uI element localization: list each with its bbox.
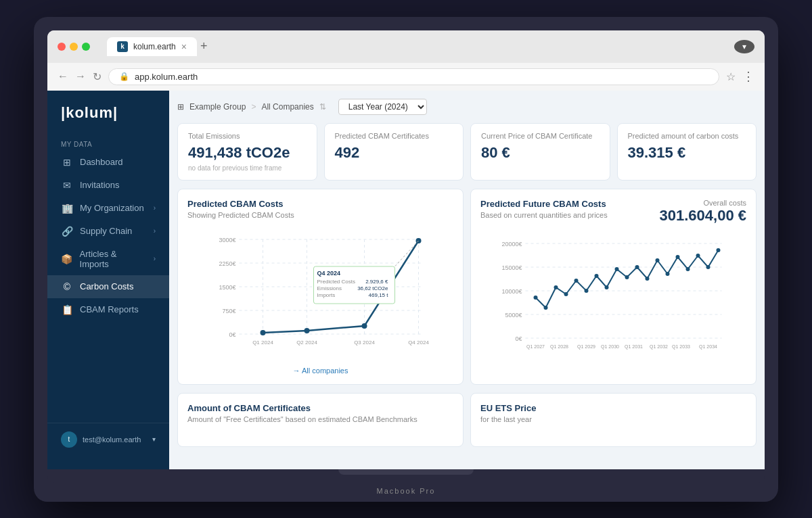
svg-text:Q3 2024: Q3 2024 xyxy=(354,339,375,346)
svg-point-45 xyxy=(574,279,579,283)
svg-text:10000€: 10000€ xyxy=(501,288,522,295)
svg-text:750€: 750€ xyxy=(222,308,235,314)
topbar-section: All Companies xyxy=(261,102,313,112)
svg-point-58 xyxy=(706,265,710,269)
sidebar-item-supply-chain[interactable]: 🔗 Supply Chain › xyxy=(47,220,169,243)
predicted-future-card: Predicted Future CBAM Costs Based on cur… xyxy=(470,189,757,385)
svg-text:Q1 2027: Q1 2027 xyxy=(526,344,545,350)
macbook-label: Macbook Pro xyxy=(47,483,765,502)
charts-row: Predicted CBAM Costs Showing Predicted C… xyxy=(177,189,757,385)
close-traffic-light[interactable] xyxy=(58,43,66,51)
sidebar-item-label: Carbon Costs xyxy=(80,281,133,291)
stat-card-price: Current Price of CBAM Certificate 80 € xyxy=(470,123,610,181)
forward-button[interactable]: → xyxy=(75,70,86,83)
sidebar: |kolum| My Data ⊞ Dashboard ✉ Invitation… xyxy=(47,91,169,469)
chart-title: Predicted CBAM Costs xyxy=(187,199,453,209)
stat-label: Current Price of CBAM Certificate xyxy=(481,132,600,140)
svg-point-47 xyxy=(595,274,599,278)
macbook-base xyxy=(47,469,765,483)
stat-card-emissions: Total Emissions 491,438 tCO2e no data fo… xyxy=(177,123,317,181)
browser-menu-button[interactable]: ⋮ xyxy=(742,69,754,84)
bottom-row: Amount of CBAM Certificates Amount of "F… xyxy=(177,393,757,447)
lock-icon: 🔒 xyxy=(119,72,129,81)
chart-subtitle: Based on current quantities and prices xyxy=(480,211,608,219)
top-bar: ⊞ Example Group > All Companies ⇅ Last Y… xyxy=(177,99,757,115)
svg-point-54 xyxy=(666,272,670,276)
user-avatar: t xyxy=(61,431,77,448)
dashboard-icon: ⊞ xyxy=(61,157,73,168)
eu-ets-price-card: EU ETS Price for the last year xyxy=(470,393,757,447)
overall-costs-label: Overall costs xyxy=(660,199,746,207)
svg-text:Q4 2024: Q4 2024 xyxy=(408,339,429,346)
stat-label: Predicted CBAM Certificates xyxy=(335,132,453,140)
stat-value: 492 xyxy=(335,144,453,162)
chart-title: Predicted Future CBAM Costs xyxy=(480,199,608,209)
svg-point-51 xyxy=(635,265,639,269)
svg-text:Q1 2030: Q1 2030 xyxy=(601,344,619,350)
svg-text:Q1 2024: Q1 2024 xyxy=(252,339,273,346)
svg-text:Q1 2032: Q1 2032 xyxy=(650,344,668,350)
all-companies-link[interactable]: → All companies xyxy=(187,367,453,375)
sidebar-item-carbon-costs[interactable]: © Carbon Costs xyxy=(47,275,169,298)
card-title: EU ETS Price xyxy=(480,403,746,413)
sidebar-item-invitations[interactable]: ✉ Invitations xyxy=(47,174,169,197)
svg-text:5000€: 5000€ xyxy=(505,312,522,319)
svg-point-48 xyxy=(605,285,609,289)
svg-text:Imports: Imports xyxy=(317,292,336,298)
svg-text:Q1 2031: Q1 2031 xyxy=(625,344,643,350)
stat-label: Predicted amount of carbon costs xyxy=(628,132,746,140)
svg-point-42 xyxy=(544,306,548,310)
maximize-traffic-light[interactable] xyxy=(82,43,90,51)
stat-value: 80 € xyxy=(481,144,600,162)
svg-text:36,62 tCO2e: 36,62 tCO2e xyxy=(357,285,388,291)
svg-text:1500€: 1500€ xyxy=(219,284,235,291)
topbar-icon: ⊞ xyxy=(177,102,184,112)
sidebar-logo: |kolum| xyxy=(47,104,169,135)
new-tab-button[interactable]: + xyxy=(200,39,208,53)
bookmark-icon[interactable]: ☆ xyxy=(726,70,736,83)
sidebar-item-cbam-reports[interactable]: 📋 CBAM Reports xyxy=(47,298,169,321)
svg-text:Q2 2024: Q2 2024 xyxy=(296,339,317,346)
tab-close-button[interactable]: × xyxy=(181,41,187,52)
refresh-button[interactable]: ↻ xyxy=(93,70,102,83)
svg-text:Q1 2028: Q1 2028 xyxy=(550,344,568,350)
sidebar-item-articles-imports[interactable]: 📦 Articles & Imports › xyxy=(47,243,169,275)
svg-text:0€: 0€ xyxy=(229,331,235,338)
sidebar-section-label: My Data xyxy=(47,135,169,151)
sidebar-item-label: Articles & Imports xyxy=(80,249,147,269)
stat-sub: no data for previous time frame xyxy=(188,164,307,172)
sidebar-item-dashboard[interactable]: ⊞ Dashboard xyxy=(47,151,169,174)
svg-text:15000€: 15000€ xyxy=(501,264,522,271)
carbon-costs-icon: © xyxy=(61,281,73,292)
card-title: Amount of CBAM Certificates xyxy=(187,403,453,413)
period-selector[interactable]: Last Year (2024) xyxy=(338,99,427,115)
stats-row: Total Emissions 491,438 tCO2e no data fo… xyxy=(177,123,757,181)
svg-text:Q1 2033: Q1 2033 xyxy=(672,344,690,350)
profile-button[interactable]: ▾ xyxy=(734,40,754,53)
card-subtitle: Amount of "Free Certificates" based on e… xyxy=(187,415,453,423)
svg-point-59 xyxy=(717,248,721,252)
predicted-cbam-card: Predicted CBAM Costs Showing Predicted C… xyxy=(177,189,464,385)
tab-bar: k kolum.earth × + xyxy=(107,37,727,56)
svg-text:0€: 0€ xyxy=(515,335,522,342)
browser-tab[interactable]: k kolum.earth × xyxy=(107,37,197,56)
cbam-chart-svg: 3000€ 2250€ 1500€ 750€ 0€ xyxy=(187,226,453,361)
chart-subtitle: Showing Predicted CBAM Costs xyxy=(187,211,453,219)
address-bar[interactable]: 🔒 app.kolum.earth xyxy=(108,68,719,85)
card-subtitle: for the last year xyxy=(480,415,746,423)
stat-card-cbam-certs: Predicted CBAM Certificates 492 xyxy=(324,123,464,181)
sidebar-item-label: CBAM Reports xyxy=(80,304,139,314)
minimize-traffic-light[interactable] xyxy=(70,43,78,51)
svg-point-44 xyxy=(564,292,568,296)
svg-text:Q4 2024: Q4 2024 xyxy=(317,270,341,277)
svg-point-15 xyxy=(304,328,310,333)
footer-chevron-icon: ▾ xyxy=(152,435,156,443)
sidebar-footer[interactable]: t test@kolum.earth ▾ xyxy=(47,423,169,456)
sidebar-item-label: Dashboard xyxy=(80,157,123,167)
sidebar-item-my-org[interactable]: 🏢 My Organization › xyxy=(47,197,169,220)
predicted-future-chart: 20000€ 15000€ 10000€ 5000€ 0€ xyxy=(480,230,746,365)
svg-point-52 xyxy=(646,277,650,281)
main-content: ⊞ Example Group > All Companies ⇅ Last Y… xyxy=(169,91,765,469)
back-button[interactable]: ← xyxy=(58,70,68,83)
chevron-right-icon: › xyxy=(154,204,156,212)
